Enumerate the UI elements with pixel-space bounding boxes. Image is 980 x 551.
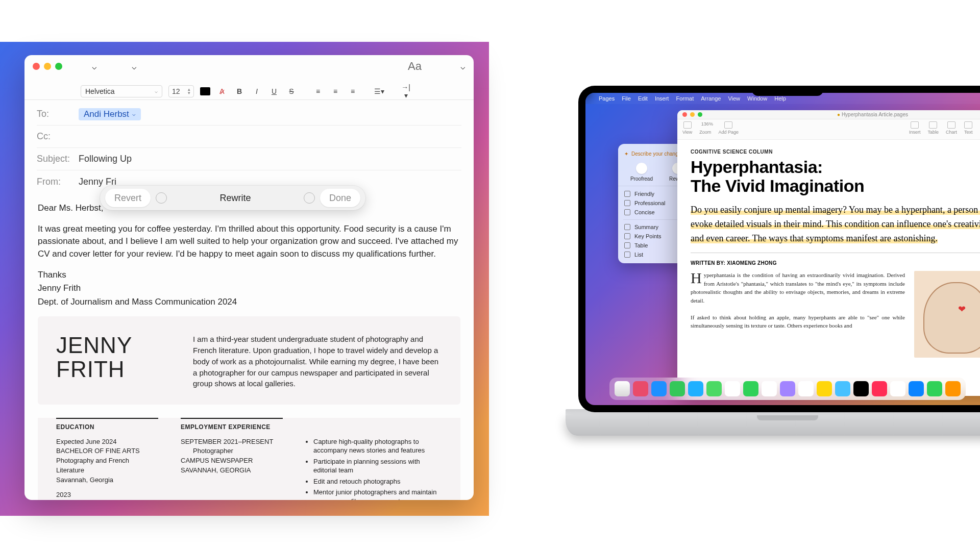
freeform-icon[interactable] xyxy=(835,381,850,396)
format-bar: Helvetica ⌵ 12 ▴▾ A̷ B I U S ≡ ≡ ≡ ☰▾ →|… xyxy=(24,83,474,100)
briefcase-icon xyxy=(624,200,630,206)
menu-item[interactable]: Pages xyxy=(599,95,615,102)
article-column: Hyperphantasia is the condition of havin… xyxy=(691,271,905,358)
smile-icon xyxy=(624,191,630,197)
employment-heading: EMPLOYMENT EXPERIENCE xyxy=(181,418,283,432)
sparkle-icon: ✦ xyxy=(624,151,628,157)
from-label: From: xyxy=(37,177,71,187)
education-heading: EDUCATION xyxy=(56,418,158,432)
laptop-screen: Pages File Edit Insert Format Arrange Vi… xyxy=(578,86,980,412)
body-paragraph: It was great meeting you for coffee yest… xyxy=(38,223,460,261)
add-page-button[interactable]: Add Page xyxy=(718,121,739,135)
chart-button[interactable]: Chart xyxy=(946,121,957,135)
safari-icon[interactable] xyxy=(651,381,667,396)
strike-button[interactable]: S xyxy=(286,87,297,95)
align-right-icon[interactable]: ≡ xyxy=(347,87,358,95)
zoom-icon[interactable] xyxy=(55,63,62,70)
subject-label: Subject: xyxy=(37,154,71,164)
text-button[interactable]: Text xyxy=(964,121,973,135)
signature-dept: Dept. of Journalism and Mass Communicati… xyxy=(38,296,460,309)
revert-button[interactable]: Revert xyxy=(105,189,151,207)
macbook-mockup: Pages File Edit Insert Format Arrange Vi… xyxy=(566,86,980,484)
menu-item[interactable]: Help xyxy=(774,95,786,102)
bold-button[interactable]: B xyxy=(234,87,245,95)
menu-item[interactable]: View xyxy=(728,95,740,102)
desktop: Pages File Edit Insert Format Arrange Vi… xyxy=(585,93,980,405)
minimize-icon[interactable] xyxy=(690,112,695,117)
pages-toolbar: View 136%Zoom Add Page Insert Table Char… xyxy=(677,119,980,140)
chevron-down-icon[interactable]: ⌵ xyxy=(132,111,136,117)
done-button[interactable]: Done xyxy=(320,189,360,207)
to-field-row[interactable]: To: Andi Herbst ⌵ xyxy=(37,103,461,126)
pages-icon[interactable] xyxy=(945,381,961,396)
close-icon[interactable] xyxy=(682,112,687,117)
color-swatch[interactable] xyxy=(200,87,210,95)
align-center-icon[interactable]: ≡ xyxy=(330,87,341,95)
cc-field-row[interactable]: Cc: xyxy=(37,126,461,148)
recipient-chip[interactable]: Andi Herbst ⌵ xyxy=(79,108,141,120)
numbers-icon[interactable] xyxy=(927,381,942,396)
finder-icon[interactable] xyxy=(615,381,630,396)
minimize-icon[interactable] xyxy=(44,63,51,70)
menu-item[interactable]: File xyxy=(622,95,631,102)
font-name: Helvetica xyxy=(85,87,115,95)
menu-item[interactable]: Arrange xyxy=(701,95,721,102)
kicker-text: COGNITIVE SCIENCE COLUMN xyxy=(691,149,773,155)
insert-button[interactable]: Insert xyxy=(909,121,921,135)
menu-item[interactable]: Insert xyxy=(655,95,669,102)
zoom-icon[interactable] xyxy=(698,112,702,117)
table-icon xyxy=(624,242,630,248)
view-button[interactable]: View xyxy=(682,121,692,135)
appstore-icon[interactable] xyxy=(909,381,924,396)
message-body[interactable]: Revert Rewrite Done Dear Ms. Herbst, It … xyxy=(24,193,474,500)
launchpad-icon[interactable] xyxy=(633,381,648,396)
calendar-icon[interactable] xyxy=(762,381,777,396)
menu-item[interactable]: Format xyxy=(676,95,694,102)
clear-style-icon[interactable]: A̷ xyxy=(216,87,228,95)
menu-item[interactable]: Window xyxy=(747,95,767,102)
font-size-select[interactable]: 12 ▴▾ xyxy=(168,85,194,97)
history-icon[interactable] xyxy=(156,192,167,204)
article-illustration: ❤ xyxy=(914,271,980,358)
font-select[interactable]: Helvetica ⌵ xyxy=(81,85,162,97)
thanks-line: Thanks xyxy=(38,269,460,282)
zoom-button[interactable]: 136%Zoom xyxy=(699,121,711,135)
mail-icon[interactable] xyxy=(688,381,703,396)
menu-item[interactable]: Edit xyxy=(638,95,648,102)
pages-window: ● Hyperphantasia Article.pages View 136%… xyxy=(677,110,980,396)
news-icon[interactable] xyxy=(890,381,905,396)
document-body[interactable]: COGNITIVE SCIENCE COLUMN VOLUME 7, ISSUE… xyxy=(677,140,980,367)
send-options-chevron-icon[interactable]: ⌵ xyxy=(92,62,97,71)
facetime-icon[interactable] xyxy=(743,381,758,396)
byline: WRITTEN BY: XIAOMENG ZHONG xyxy=(691,260,980,266)
italic-button[interactable]: I xyxy=(251,87,262,95)
close-icon[interactable] xyxy=(33,63,40,70)
proofread-button[interactable]: Proofread xyxy=(630,163,653,182)
reminders-icon[interactable] xyxy=(798,381,814,396)
music-icon[interactable] xyxy=(872,381,887,396)
photo-chevron-icon[interactable]: ⌵ xyxy=(460,62,465,71)
doc-title: Hyperphantasia Article.pages xyxy=(842,112,908,117)
underline-button[interactable]: U xyxy=(268,87,280,95)
notes-icon[interactable] xyxy=(817,381,832,396)
align-left-icon[interactable]: ≡ xyxy=(312,87,324,95)
maps-icon[interactable] xyxy=(706,381,722,396)
messages-icon[interactable] xyxy=(670,381,685,396)
subject-field-row[interactable]: Subject: Following Up xyxy=(37,148,461,170)
tv-icon[interactable] xyxy=(853,381,869,396)
list-icon[interactable]: ☰▾ xyxy=(374,87,385,95)
cc-label: Cc: xyxy=(37,131,71,142)
contacts-icon[interactable] xyxy=(780,381,795,396)
refresh-icon[interactable] xyxy=(304,192,315,204)
resume-attachment: JENNY FRITH I am a third-year student un… xyxy=(38,316,460,405)
lede-paragraph: Do you easily conjure up mental imagery?… xyxy=(691,205,980,243)
stationery-chevron-icon[interactable]: ⌵ xyxy=(132,62,137,71)
photos-icon[interactable] xyxy=(725,381,740,396)
indent-icon[interactable]: →|▾ xyxy=(400,83,411,99)
recipient-name: Andi Herbst xyxy=(84,109,129,119)
compress-icon xyxy=(624,209,630,215)
table-button[interactable]: Table xyxy=(927,121,939,135)
dock xyxy=(609,378,966,400)
format-icon[interactable]: Aa xyxy=(408,60,422,73)
signature-name: Jenny Frith xyxy=(38,282,460,295)
